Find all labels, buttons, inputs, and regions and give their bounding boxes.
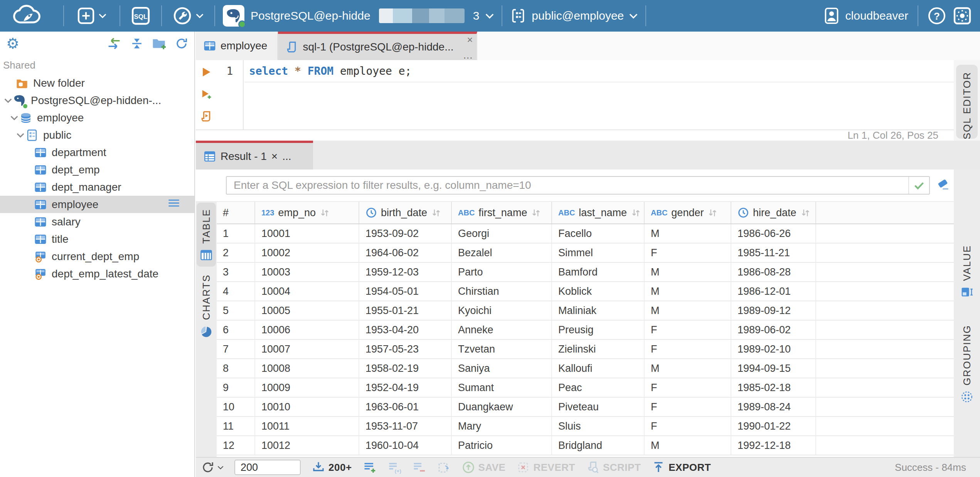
cell-first-name[interactable]: Duangkaew (452, 398, 552, 416)
cell-row-number[interactable]: 5 (217, 301, 255, 320)
script-button[interactable]: SCRIPT (586, 460, 641, 474)
cell-hire-date[interactable]: 1989-02-10 (731, 340, 816, 358)
cell-first-name[interactable]: Parto (452, 263, 552, 281)
chevron-expanded-icon[interactable] (15, 133, 25, 138)
cell-last-name[interactable]: Kalloufi (552, 359, 645, 378)
cell-gender[interactable]: F (645, 398, 731, 416)
cell-row-number[interactable]: 7 (217, 340, 255, 358)
add-row-button[interactable] (363, 460, 377, 474)
table-row[interactable]: 8 10008 1958-02-19 Saniya Kalloufi M 199… (217, 359, 954, 378)
cell-birth-date[interactable]: 1954-05-01 (359, 282, 452, 301)
cell-last-name[interactable]: Simmel (552, 244, 645, 262)
execute-query-icon[interactable] (200, 66, 212, 78)
tab-menu-icon[interactable]: ... (463, 50, 473, 60)
execute-in-new-tab-icon[interactable] (200, 88, 212, 100)
cell-last-name[interactable]: Koblick (552, 282, 645, 301)
user-menu[interactable]: cloudbeaver (823, 7, 908, 25)
sync-connection-icon[interactable] (106, 37, 122, 50)
cell-emp-no[interactable]: 10010 (255, 398, 359, 416)
cell-birth-date[interactable]: 1960-10-04 (359, 436, 452, 455)
cell-row-number[interactable]: 6 (217, 321, 255, 339)
cell-hire-date[interactable]: 1989-06-02 (731, 321, 816, 339)
tree-item-schema-public[interactable]: public (0, 126, 194, 144)
cell-first-name[interactable]: Saniya (452, 359, 552, 378)
cell-row-number[interactable]: 2 (217, 244, 255, 262)
cell-emp-no[interactable]: 10012 (255, 436, 359, 455)
duplicate-row-button[interactable]: (+) (387, 460, 401, 474)
cell-hire-date[interactable]: 1986-06-26 (731, 224, 816, 243)
cell-first-name[interactable]: Mary (452, 417, 552, 435)
code-area[interactable]: select * FROM employee e; (244, 60, 954, 129)
fetch-more-button[interactable]: 200+ (312, 460, 352, 474)
table-row[interactable]: 12 10012 1960-10-04 Patricio Bridgland M… (217, 436, 954, 455)
table-row[interactable]: 7 10007 1957-05-23 Tzvetan Zielinski F 1… (217, 340, 954, 359)
sort-icon[interactable] (800, 208, 811, 218)
cell-last-name[interactable]: Preusig (552, 321, 645, 339)
tree-item-table-dept-manager[interactable]: dept_manager (0, 178, 194, 196)
column-header-birth-date[interactable]: birth_date (359, 202, 452, 223)
table-row[interactable]: 1 10001 1953-09-02 Georgi Facello M 1986… (217, 224, 954, 244)
cell-first-name[interactable]: Bezalel (452, 244, 552, 262)
tab-employee[interactable]: employee (196, 32, 278, 60)
cell-birth-date[interactable]: 1952-04-19 (359, 378, 452, 397)
tree-item-table-employee-selected[interactable]: employee (0, 196, 194, 213)
sort-icon[interactable] (707, 208, 718, 218)
add-folder-icon[interactable] (152, 37, 167, 50)
cell-row-number[interactable]: 4 (217, 282, 255, 301)
cell-gender[interactable]: M (645, 359, 731, 378)
cell-gender[interactable]: F (645, 378, 731, 397)
cell-last-name[interactable]: Bamford (552, 263, 645, 281)
tree-item-menu-icon[interactable] (167, 197, 180, 212)
cell-row-number[interactable]: 12 (217, 436, 255, 455)
cell-gender[interactable]: F (645, 321, 731, 339)
cell-gender[interactable]: F (645, 417, 731, 435)
cell-first-name[interactable]: Anneke (452, 321, 552, 339)
cell-row-number[interactable]: 9 (217, 378, 255, 397)
cell-hire-date[interactable]: 1992-12-18 (731, 436, 816, 455)
cell-emp-no[interactable]: 10004 (255, 282, 359, 301)
settings-button[interactable] (953, 7, 972, 25)
cell-hire-date[interactable]: 1989-09-12 (731, 301, 816, 320)
refresh-results-button[interactable] (201, 461, 224, 474)
cell-birth-date[interactable]: 1958-02-19 (359, 359, 452, 378)
cell-first-name[interactable]: Sumant (452, 378, 552, 397)
cell-first-name[interactable]: Patricio (452, 436, 552, 455)
sort-icon[interactable] (631, 208, 641, 218)
cell-birth-date[interactable]: 1953-09-02 (359, 224, 452, 243)
tab-charts-view[interactable]: CHARTS (197, 268, 216, 343)
cell-last-name[interactable]: Bridgland (552, 436, 645, 455)
cell-first-name[interactable]: Georgi (452, 224, 552, 243)
cell-emp-no[interactable]: 10007 (255, 340, 359, 358)
new-connection-button[interactable] (72, 7, 112, 25)
table-row[interactable]: 3 10003 1959-12-03 Parto Bamford M 1986-… (217, 263, 954, 282)
tree-item-view-current-dept-emp[interactable]: current_dept_emp (0, 248, 194, 265)
revert-button[interactable]: REVERT (516, 460, 575, 474)
cell-hire-date[interactable]: 1989-08-24 (731, 398, 816, 416)
row-limit-input[interactable] (234, 460, 301, 475)
cell-last-name[interactable]: Piveteau (552, 398, 645, 416)
cell-first-name[interactable]: Chirstian (452, 282, 552, 301)
table-row[interactable]: 4 10004 1954-05-01 Chirstian Koblick M 1… (217, 282, 954, 301)
tab-sql-editor[interactable]: sql-1 (PostgreSQL@ep-hidde... × ... (278, 32, 477, 60)
cell-first-name[interactable]: Tzvetan (452, 340, 552, 358)
cell-birth-date[interactable]: 1953-11-07 (359, 417, 452, 435)
cell-row-number[interactable]: 11 (217, 417, 255, 435)
column-header-gender[interactable]: ABC gender (645, 202, 731, 223)
cell-hire-date[interactable]: 1985-02-18 (731, 378, 816, 397)
save-button[interactable]: SAVE (461, 460, 506, 474)
close-tab-icon[interactable]: × (271, 150, 278, 163)
new-sql-editor-button[interactable]: SQL (128, 6, 153, 25)
cell-first-name[interactable]: Kyoichi (452, 301, 552, 320)
cell-birth-date[interactable]: 1957-05-23 (359, 340, 452, 358)
cell-last-name[interactable]: Maliniak (552, 301, 645, 320)
cell-last-name[interactable]: Zielinski (552, 340, 645, 358)
cell-row-number[interactable]: 10 (217, 398, 255, 416)
cell-birth-date[interactable]: 1953-04-20 (359, 321, 452, 339)
driver-tools-button[interactable] (170, 6, 207, 25)
cell-emp-no[interactable]: 10001 (255, 224, 359, 243)
cloudbeaver-logo[interactable] (0, 4, 56, 28)
table-row[interactable]: 11 10011 1953-11-07 Mary Sluis F 1990-01… (217, 417, 954, 436)
column-header-row-number[interactable]: # (217, 202, 255, 223)
cell-birth-date[interactable]: 1964-06-02 (359, 244, 452, 262)
help-button[interactable]: ? (928, 7, 946, 25)
